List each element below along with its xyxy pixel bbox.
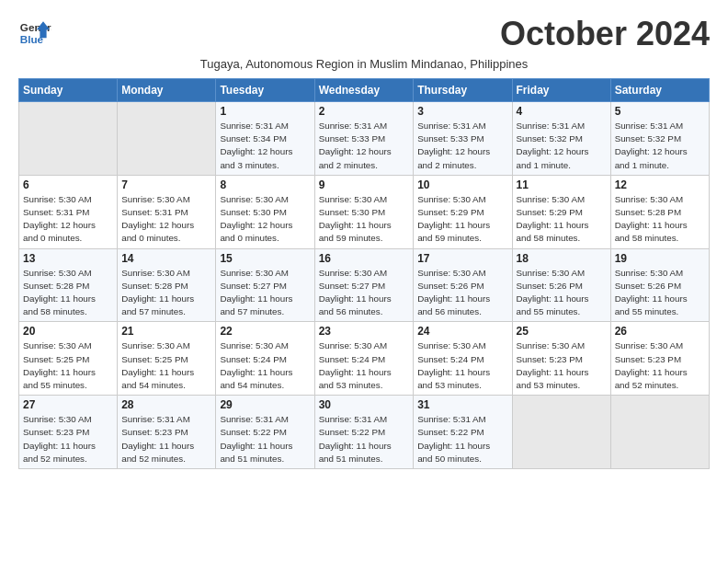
day-number: 13	[23, 252, 113, 265]
col-header-wednesday: Wednesday	[314, 79, 414, 102]
day-cell: 23Sunrise: 5:30 AM Sunset: 5:24 PM Dayli…	[314, 322, 414, 396]
day-info: Sunrise: 5:30 AM Sunset: 5:24 PM Dayligh…	[417, 339, 507, 392]
day-number: 14	[121, 252, 211, 265]
day-number: 8	[220, 178, 310, 191]
col-header-friday: Friday	[512, 79, 610, 102]
day-cell: 31Sunrise: 5:31 AM Sunset: 5:22 PM Dayli…	[414, 396, 512, 469]
day-cell: 1Sunrise: 5:31 AM Sunset: 5:34 PM Daylig…	[216, 102, 314, 176]
col-header-saturday: Saturday	[610, 79, 709, 102]
week-row-4: 20Sunrise: 5:30 AM Sunset: 5:25 PM Dayli…	[19, 322, 710, 396]
day-number: 31	[417, 398, 507, 411]
day-number: 30	[319, 398, 410, 411]
day-number: 18	[517, 252, 607, 265]
day-number: 27	[23, 398, 113, 411]
day-info: Sunrise: 5:30 AM Sunset: 5:31 PM Dayligh…	[121, 193, 211, 246]
day-info: Sunrise: 5:30 AM Sunset: 5:28 PM Dayligh…	[23, 267, 113, 319]
day-number: 15	[220, 252, 310, 265]
day-number: 16	[319, 252, 410, 265]
day-cell: 13Sunrise: 5:30 AM Sunset: 5:28 PM Dayli…	[19, 248, 118, 322]
day-cell: 17Sunrise: 5:30 AM Sunset: 5:26 PM Dayli…	[414, 248, 512, 322]
col-header-monday: Monday	[118, 79, 216, 102]
day-cell: 26Sunrise: 5:30 AM Sunset: 5:23 PM Dayli…	[610, 322, 709, 396]
day-cell: 5Sunrise: 5:31 AM Sunset: 5:32 PM Daylig…	[610, 102, 709, 176]
day-number: 19	[615, 252, 705, 265]
day-info: Sunrise: 5:30 AM Sunset: 5:29 PM Dayligh…	[417, 193, 507, 246]
day-info: Sunrise: 5:30 AM Sunset: 5:31 PM Dayligh…	[23, 193, 113, 246]
week-row-2: 6Sunrise: 5:30 AM Sunset: 5:31 PM Daylig…	[19, 175, 710, 248]
day-info: Sunrise: 5:31 AM Sunset: 5:22 PM Dayligh…	[417, 413, 507, 465]
day-cell: 12Sunrise: 5:30 AM Sunset: 5:28 PM Dayli…	[610, 175, 709, 248]
col-header-sunday: Sunday	[19, 79, 118, 102]
day-info: Sunrise: 5:30 AM Sunset: 5:30 PM Dayligh…	[319, 193, 410, 246]
day-cell: 18Sunrise: 5:30 AM Sunset: 5:26 PM Dayli…	[512, 248, 610, 322]
day-info: Sunrise: 5:30 AM Sunset: 5:27 PM Dayligh…	[319, 267, 410, 319]
day-info: Sunrise: 5:30 AM Sunset: 5:27 PM Dayligh…	[220, 267, 310, 319]
day-number: 28	[121, 398, 211, 411]
day-cell: 25Sunrise: 5:30 AM Sunset: 5:23 PM Dayli…	[512, 322, 610, 396]
day-cell: 10Sunrise: 5:30 AM Sunset: 5:29 PM Dayli…	[414, 175, 512, 248]
day-cell: 29Sunrise: 5:31 AM Sunset: 5:22 PM Dayli…	[216, 396, 314, 469]
day-info: Sunrise: 5:30 AM Sunset: 5:25 PM Dayligh…	[23, 339, 113, 392]
day-cell: 4Sunrise: 5:31 AM Sunset: 5:32 PM Daylig…	[512, 102, 610, 176]
day-info: Sunrise: 5:30 AM Sunset: 5:23 PM Dayligh…	[517, 339, 607, 392]
day-info: Sunrise: 5:31 AM Sunset: 5:22 PM Dayligh…	[319, 413, 410, 465]
day-cell: 16Sunrise: 5:30 AM Sunset: 5:27 PM Dayli…	[314, 248, 414, 322]
day-cell	[610, 396, 709, 469]
day-cell: 15Sunrise: 5:30 AM Sunset: 5:27 PM Dayli…	[216, 248, 314, 322]
day-number: 5	[615, 105, 705, 118]
logo-icon: General Blue	[18, 15, 51, 48]
day-cell	[512, 396, 610, 469]
day-info: Sunrise: 5:30 AM Sunset: 5:26 PM Dayligh…	[615, 267, 705, 319]
day-info: Sunrise: 5:31 AM Sunset: 5:22 PM Dayligh…	[220, 413, 310, 465]
day-number: 4	[517, 105, 607, 118]
day-number: 7	[121, 178, 211, 191]
col-header-tuesday: Tuesday	[216, 79, 314, 102]
day-number: 29	[220, 398, 310, 411]
day-cell: 9Sunrise: 5:30 AM Sunset: 5:30 PM Daylig…	[314, 175, 414, 248]
week-row-3: 13Sunrise: 5:30 AM Sunset: 5:28 PM Dayli…	[19, 248, 710, 322]
day-cell: 24Sunrise: 5:30 AM Sunset: 5:24 PM Dayli…	[414, 322, 512, 396]
day-info: Sunrise: 5:31 AM Sunset: 5:32 PM Dayligh…	[615, 120, 705, 172]
day-info: Sunrise: 5:30 AM Sunset: 5:26 PM Dayligh…	[517, 267, 607, 319]
day-number: 24	[417, 325, 507, 338]
day-number: 26	[615, 325, 705, 338]
day-number: 23	[319, 325, 410, 338]
day-cell: 22Sunrise: 5:30 AM Sunset: 5:24 PM Dayli…	[216, 322, 314, 396]
month-title: October 2024	[500, 15, 710, 53]
week-row-1: 1Sunrise: 5:31 AM Sunset: 5:34 PM Daylig…	[19, 102, 710, 176]
day-cell: 28Sunrise: 5:31 AM Sunset: 5:23 PM Dayli…	[118, 396, 216, 469]
day-number: 9	[319, 178, 410, 191]
day-info: Sunrise: 5:30 AM Sunset: 5:28 PM Dayligh…	[615, 193, 705, 246]
day-cell: 2Sunrise: 5:31 AM Sunset: 5:33 PM Daylig…	[314, 102, 414, 176]
day-info: Sunrise: 5:30 AM Sunset: 5:24 PM Dayligh…	[319, 339, 410, 392]
col-header-thursday: Thursday	[414, 79, 512, 102]
day-cell: 6Sunrise: 5:30 AM Sunset: 5:31 PM Daylig…	[19, 175, 118, 248]
day-cell: 7Sunrise: 5:30 AM Sunset: 5:31 PM Daylig…	[118, 175, 216, 248]
day-cell: 20Sunrise: 5:30 AM Sunset: 5:25 PM Dayli…	[19, 322, 118, 396]
logo: General Blue	[18, 15, 51, 48]
day-info: Sunrise: 5:31 AM Sunset: 5:23 PM Dayligh…	[121, 413, 211, 465]
day-number: 1	[220, 105, 310, 118]
day-number: 3	[417, 105, 507, 118]
day-info: Sunrise: 5:30 AM Sunset: 5:29 PM Dayligh…	[517, 193, 607, 246]
week-row-5: 27Sunrise: 5:30 AM Sunset: 5:23 PM Dayli…	[19, 396, 710, 469]
day-number: 25	[517, 325, 607, 338]
day-cell: 30Sunrise: 5:31 AM Sunset: 5:22 PM Dayli…	[314, 396, 414, 469]
day-cell: 11Sunrise: 5:30 AM Sunset: 5:29 PM Dayli…	[512, 175, 610, 248]
day-cell: 14Sunrise: 5:30 AM Sunset: 5:28 PM Dayli…	[118, 248, 216, 322]
day-cell	[118, 102, 216, 176]
day-cell	[19, 102, 118, 176]
day-info: Sunrise: 5:31 AM Sunset: 5:33 PM Dayligh…	[319, 120, 410, 172]
day-info: Sunrise: 5:31 AM Sunset: 5:32 PM Dayligh…	[517, 120, 607, 172]
day-cell: 19Sunrise: 5:30 AM Sunset: 5:26 PM Dayli…	[610, 248, 709, 322]
day-info: Sunrise: 5:31 AM Sunset: 5:33 PM Dayligh…	[417, 120, 507, 172]
day-number: 10	[417, 178, 507, 191]
day-number: 20	[23, 325, 113, 338]
day-info: Sunrise: 5:30 AM Sunset: 5:25 PM Dayligh…	[121, 339, 211, 392]
day-number: 22	[220, 325, 310, 338]
subtitle: Tugaya, Autonomous Region in Muslim Mind…	[18, 57, 710, 71]
day-info: Sunrise: 5:30 AM Sunset: 5:30 PM Dayligh…	[220, 193, 310, 246]
day-number: 6	[23, 178, 113, 191]
day-number: 17	[417, 252, 507, 265]
day-info: Sunrise: 5:30 AM Sunset: 5:26 PM Dayligh…	[417, 267, 507, 319]
